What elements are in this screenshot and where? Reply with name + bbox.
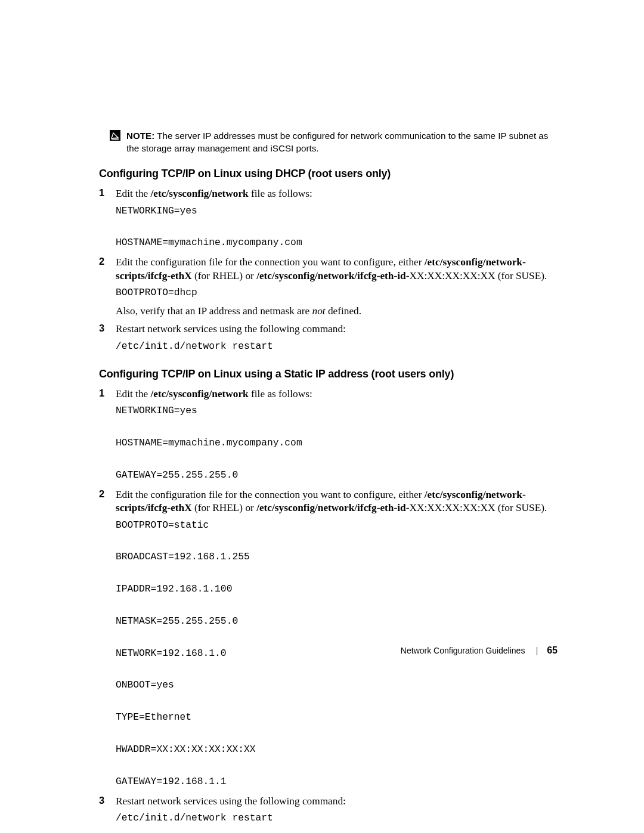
code-block: NETWORKING=yes HOSTNAME=mymachine.mycomp… [116, 403, 558, 483]
step-number: 1 [99, 388, 104, 399]
code-block: NETWORKING=yes HOSTNAME=mymachine.mycomp… [116, 203, 558, 252]
step-2-1: 1 Edit the /etc/sysconfig/network file a… [99, 388, 558, 484]
step-number: 2 [99, 488, 104, 500]
note-body: The server IP addresses must be configur… [126, 131, 548, 153]
code-block: /etc/init.d/network restart [116, 339, 558, 355]
step-text: Also, verify that an IP address and netm… [116, 305, 558, 318]
section2-heading: Configuring TCP/IP on Linux using a Stat… [99, 368, 558, 380]
footer-separator [537, 647, 537, 655]
step-1-1: 1 Edit the /etc/sysconfig/network file a… [99, 187, 558, 251]
step-2-2: 2 Edit the configuration file for the co… [99, 488, 558, 790]
step-number: 2 [99, 256, 104, 267]
note-block: NOTE: The server IP addresses must be co… [99, 130, 558, 154]
section1-steps: 1 Edit the /etc/sysconfig/network file a… [99, 187, 558, 355]
step-1-2: 2 Edit the configuration file for the co… [99, 256, 558, 318]
section2-steps: 1 Edit the /etc/sysconfig/network file a… [99, 388, 558, 826]
path-text: /etc/sysconfig/network/ifcfg-eth-id- [256, 270, 409, 281]
note-label: NOTE: [126, 131, 154, 141]
step-text: Restart network services using the follo… [116, 795, 346, 807]
page-number: 65 [547, 645, 558, 655]
document-page: NOTE: The server IP addresses must be co… [0, 0, 644, 826]
step-text: Edit the /etc/sysconfig/network file as … [116, 388, 312, 400]
note-text: NOTE: The server IP addresses must be co… [126, 130, 558, 154]
step-text: Edit the configuration file for the conn… [116, 256, 547, 281]
step-2-3: 3 Restart network services using the fol… [99, 795, 558, 826]
path-text: /etc/sysconfig/network [151, 188, 249, 199]
step-text: Restart network services using the follo… [116, 323, 346, 335]
step-number: 3 [99, 323, 104, 334]
footer-title: Network Configuration Guidelines [401, 646, 525, 655]
code-block: BOOTPROTO=dhcp [116, 285, 558, 301]
page-footer: Network Configuration Guidelines 65 [401, 645, 558, 656]
step-number: 3 [99, 795, 104, 806]
italic-text: not [312, 305, 326, 317]
note-icon [110, 130, 120, 141]
code-block: /etc/init.d/network restart [116, 810, 558, 826]
path-text: /etc/sysconfig/network/ifcfg-eth-id- [256, 502, 409, 513]
step-1-3: 3 Restart network services using the fol… [99, 323, 558, 354]
section1-heading: Configuring TCP/IP on Linux using DHCP (… [99, 168, 558, 180]
step-text: Edit the configuration file for the conn… [116, 489, 547, 513]
path-text: /etc/sysconfig/network [151, 388, 249, 400]
step-number: 1 [99, 187, 104, 199]
step-text: Edit the /etc/sysconfig/network file as … [116, 188, 312, 199]
